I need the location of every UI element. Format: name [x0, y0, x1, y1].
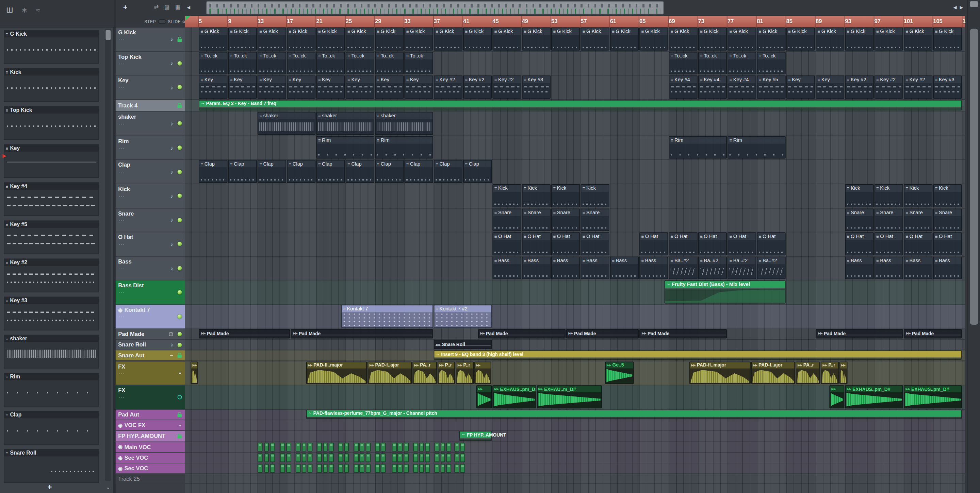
lane-sec-voc[interactable] — [185, 453, 965, 463]
led-indicator[interactable] — [178, 332, 182, 336]
scroll-left-icon[interactable]: ◀ — [187, 5, 190, 10]
pattern-clip[interactable]: ≡O Hat — [845, 233, 873, 255]
vocal-chop-clip[interactable] — [460, 442, 465, 451]
audio-clip[interactable]: ▸▸Pad Made — [640, 329, 727, 338]
pattern-clip[interactable]: ≡Key — [346, 76, 374, 98]
pattern-preview[interactable] — [4, 190, 99, 216]
pattern-clip[interactable]: ≡Key — [258, 76, 286, 98]
lane-top-kick[interactable]: ≡To..ck≡To..ck≡To..ck≡To..ck≡To..ck≡To..… — [185, 52, 965, 76]
pattern-clip[interactable]: ≡O Hat — [904, 233, 932, 255]
pattern-clip[interactable]: ≡G Kick — [258, 27, 286, 50]
pattern-clip[interactable]: ≡Ba..#2 — [669, 257, 697, 279]
vocal-chop-clip[interactable] — [360, 442, 364, 451]
vocal-chop-clip[interactable] — [440, 464, 445, 473]
snap-magnet-icon[interactable]: ∗ — [21, 6, 27, 14]
pattern-clip[interactable]: ≡Key — [786, 76, 815, 98]
vocal-chop-clip[interactable] — [454, 464, 459, 473]
audio-clip[interactable]: ▸▸ — [474, 361, 491, 384]
lane-kontakt-7[interactable]: ≡Kontakt 7≡Kontakt 7 #2 — [185, 304, 965, 329]
lock-icon[interactable] — [178, 355, 182, 358]
pattern-clip[interactable]: ≡G Kick — [727, 27, 756, 50]
pattern-clip[interactable]: ≡O Hat — [492, 233, 521, 255]
vocal-chop-clip[interactable] — [446, 464, 451, 473]
pattern-clip[interactable]: ≡Snare — [551, 208, 580, 231]
pattern-clip[interactable]: ≡Snare — [492, 208, 521, 231]
vocal-chop-clip[interactable] — [317, 442, 322, 451]
pattern-clip[interactable]: ≡To..ck — [757, 52, 785, 75]
pattern-clip[interactable]: ≡O Hat — [698, 233, 727, 255]
pattern-clip[interactable]: ≡Kick — [551, 184, 580, 207]
pattern-clip[interactable]: ≡Kick — [933, 184, 962, 207]
note-icon[interactable]: ♪ — [170, 217, 173, 223]
vocal-chop-clip[interactable] — [307, 453, 312, 462]
lane-pad-made[interactable]: ▸▸Pad Made▸▸Pad Made▸▸Pad Made▸▸Pad Made… — [185, 329, 965, 340]
audio-clip[interactable]: ▸▸PA..r — [796, 361, 821, 384]
track-row-shaker[interactable]: shaker...♪ — [116, 112, 185, 136]
pattern-clip[interactable]: ≡Key #2 — [463, 76, 492, 98]
led-indicator[interactable] — [178, 290, 182, 295]
pattern-name[interactable]: ≡Key #3 — [4, 296, 99, 304]
pattern-clip[interactable]: ≡Ba..#2 — [757, 257, 785, 279]
audio-clip[interactable]: ▸▸Pad Made — [291, 329, 433, 338]
pattern-clip[interactable]: ≡To..ck — [316, 52, 345, 75]
pattern-preview[interactable] — [4, 266, 99, 292]
pattern-clip[interactable]: ≡G Kick — [228, 27, 256, 50]
led-indicator[interactable] — [178, 266, 182, 271]
pattern-clip[interactable]: ≡O Hat — [551, 233, 580, 255]
overview-scroll-handle[interactable] — [206, 2, 663, 14]
vocal-chop-clip[interactable] — [329, 442, 334, 451]
pattern-clip[interactable]: ≡O Hat — [640, 233, 668, 255]
vocal-chop-clip[interactable] — [270, 442, 275, 451]
lock-icon[interactable] — [178, 436, 182, 439]
vocal-chop-clip[interactable] — [329, 464, 334, 473]
note-icon[interactable]: ♪ — [170, 241, 173, 247]
pattern-name[interactable]: ≡Top Kick — [4, 106, 99, 114]
pattern-clip[interactable]: ≡To..ck — [228, 52, 256, 75]
track-row-sec-voc[interactable]: ◉Sec VOC — [116, 463, 185, 474]
led-indicator[interactable] — [178, 194, 182, 198]
pattern-clip[interactable]: ≡G Kick — [786, 27, 815, 50]
pattern-preview[interactable] — [4, 37, 99, 63]
lane-snare[interactable]: ≡Snare≡Snare≡Snare≡Snare≡Snare≡Snare≡Sna… — [185, 208, 965, 233]
pattern-clip[interactable]: ≡G Kick — [640, 27, 668, 50]
pattern-name[interactable]: ≡Key — [4, 144, 99, 152]
pattern-clip[interactable]: ≡G Kick — [581, 27, 609, 50]
vocal-chop-clip[interactable] — [296, 464, 301, 473]
pattern-clip[interactable]: ≡G Kick — [933, 27, 962, 50]
pattern-clip[interactable]: ≡Kontakt 7 — [341, 304, 433, 327]
track-row-voc-fx[interactable]: ◉VOC FX▲ — [116, 420, 185, 431]
audio-clip[interactable]: ▸▸PAD-f..ajor — [368, 361, 412, 384]
audio-clip[interactable]: ▸▸Pad Made — [816, 329, 903, 338]
audio-clip[interactable]: ▸▸EXHAUS..pm_D# — [904, 385, 962, 408]
pattern-preview[interactable] — [4, 114, 99, 140]
vocal-chop-clip[interactable] — [366, 464, 370, 473]
track-row-track-25[interactable]: Track 25 — [116, 474, 185, 484]
note-icon[interactable]: ♪ — [170, 120, 173, 127]
pattern-clip[interactable]: ≡Bass — [522, 257, 550, 279]
pattern-clip[interactable]: ≡Clap — [199, 160, 227, 183]
pattern-clip[interactable]: ≡Bass — [640, 257, 668, 279]
audio-clip[interactable]: ▸▸ — [476, 385, 492, 408]
add-track-button[interactable]: + — [123, 3, 127, 12]
pattern-clip[interactable]: ≡Bass — [551, 257, 580, 279]
lane-kick[interactable]: ≡Kick≡Kick≡Kick≡Kick≡Kick≡Kick≡Kick≡Kick — [185, 184, 965, 208]
lane-track-4[interactable]: ~Param. EQ 2 - Key - Band 7 freq — [185, 100, 965, 112]
vocal-chop-clip[interactable] — [286, 464, 291, 473]
paint-tool-icon[interactable]: ▨ — [164, 4, 170, 10]
led-indicator[interactable] — [178, 343, 182, 347]
led-indicator[interactable] — [178, 242, 182, 246]
lane-fx[interactable]: ▸▸▸▸PAD-fl..major▸▸PAD-f..ajor▸▸PA..r▸▸P… — [185, 361, 965, 385]
pattern-clip[interactable]: ≡Kick — [492, 184, 521, 207]
vocal-chop-clip[interactable] — [434, 464, 439, 473]
audio-clip[interactable]: ▸▸P..r — [437, 361, 455, 384]
track-row-bass[interactable]: Bass...♪ — [116, 257, 185, 281]
track-row-sec-voc[interactable]: ◉Sec VOC — [116, 453, 185, 463]
automation-clip[interactable]: ~Param. EQ 2 - Key - Band 7 freq — [199, 100, 962, 111]
pattern-clip[interactable]: ≡To..ck — [199, 52, 227, 75]
pattern-preview[interactable] — [4, 342, 99, 369]
automation-clip[interactable]: ~Fruity Fast Dist (Bass) - Mix level — [664, 281, 785, 303]
pattern-name[interactable]: ≡Kick — [4, 68, 99, 76]
pattern-clip[interactable]: ≡O Hat — [875, 233, 903, 255]
lane-rim[interactable]: ≡Rim≡Rim≡Rim≡Rim — [185, 136, 965, 160]
pattern-clip[interactable]: ≡Bass — [875, 257, 903, 279]
